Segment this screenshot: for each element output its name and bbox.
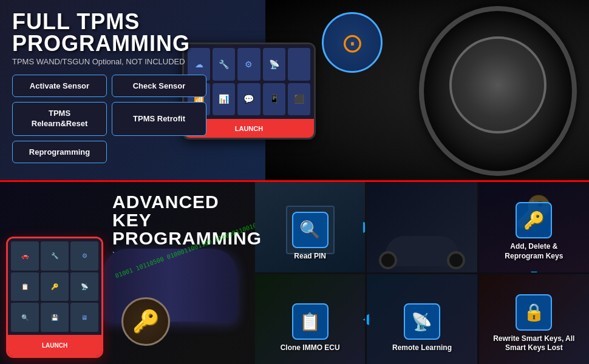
key-fob-icon: 🔑 (121, 297, 170, 346)
read-pin-icon: 🔍 (292, 212, 329, 248)
wheel-inner (449, 36, 546, 133)
device-image-bottom: 🚗 🔧 ⚙ 📋 🔑 📡 🔍 💾 🖥 LAUNCH (6, 237, 103, 358)
add-delete-icon: 🔑 (516, 202, 552, 238)
remote-learning-card: 📡 Remote Learning ◀ (367, 274, 477, 365)
clone-immo-card: 📋 Clone IMMO ECU ◀ (255, 274, 365, 365)
rewrite-icon: 🔒 (516, 294, 552, 331)
remote-learning-content: 📡 Remote Learning (392, 303, 452, 353)
rewrite-label: Rewrite Smart Keys, All Smart Keys Lost (484, 334, 584, 353)
bdev-icon-4: 📋 (11, 272, 39, 302)
bdev-icon-6: 📡 (70, 272, 98, 302)
dev-icon-4: 📡 (263, 48, 285, 81)
tpms-retrofit-button[interactable]: TPMS Retrofit (112, 102, 206, 136)
tpms-relearn-button[interactable]: TPMSRelearn&Reset (12, 102, 107, 136)
check-sensor-button[interactable]: Check Sensor (112, 75, 206, 97)
top-section: ⊙ ☁ 🔧 ⚙ 📡 📶 📊 💬 📱 ⬛ LAUNCH FULL TPMS PRO… (0, 0, 589, 182)
key-features-grid: 🔍 Read PIN ▶ 🔑 🔑 (255, 182, 589, 364)
bottom-middle-bg: 01001 10110500 0100011001109 01001011001… (97, 218, 255, 358)
clone-immo-icon: 📋 (292, 303, 329, 340)
tpms-warning-icon: ⊙ (322, 12, 383, 73)
arrow-remote-left: ◀ (367, 311, 369, 327)
bdev-icon-1: 🚗 (11, 241, 39, 271)
activate-sensor-button[interactable]: Activate Sensor (12, 75, 107, 97)
arrow-reprogram-down: ▼ (528, 268, 539, 272)
arrow-read-pin-to-reprogram: ▶ (363, 219, 365, 235)
car-scene (367, 182, 477, 272)
arrow-clone-to-remote: ◀ (363, 311, 365, 327)
device-brand-bottom: LAUNCH (8, 335, 101, 356)
add-delete-keys-card: 🔑 🔑 Add, Delete &Reprogram Keys ▼ (479, 182, 589, 272)
tpms-features-grid: Activate Sensor Check Sensor TPMSRelearn… (12, 75, 206, 163)
remote-learning-icon: 📡 (404, 303, 440, 340)
read-pin-card: 🔍 Read PIN ▶ (255, 182, 365, 272)
car-wheel-left (379, 251, 397, 269)
dev-icon-5 (288, 48, 310, 81)
rewrite-content: 🔒 Rewrite Smart Keys, All Smart Keys Los… (484, 294, 584, 353)
read-pin-label: Read PIN (294, 252, 326, 261)
car-wheel-right (447, 251, 465, 269)
dev-icon-10: ⬛ (288, 83, 310, 116)
top-left-content: FULL TPMS PROGRAMMING TPMS WAND/TSGUN Op… (0, 0, 261, 174)
top-subtitle: TPMS WAND/TSGUN Optional, NOT INCLUDED (12, 57, 249, 66)
bdev-icon-3: ⚙ (70, 241, 98, 271)
top-main-title: FULL TPMS PROGRAMMING (12, 11, 249, 55)
clone-immo-content: 📋 Clone IMMO ECU (281, 303, 340, 353)
clone-immo-label: Clone IMMO ECU (281, 343, 340, 353)
bdev-icon-2: 🔧 (41, 241, 69, 271)
car-bg-spacer (367, 182, 477, 272)
bdev-icon-5: 🔑 (41, 272, 69, 302)
rewrite-smart-keys-card: 🔒 Rewrite Smart Keys, All Smart Keys Los… (479, 274, 589, 365)
reprogramming-button[interactable]: Reprogramming (12, 141, 107, 163)
add-delete-content: 🔑 Add, Delete &Reprogram Keys (505, 202, 563, 261)
device-screen-bottom: 🚗 🔧 ⚙ 📋 🔑 📡 🔍 💾 🖥 (8, 238, 101, 335)
bdev-icon-7: 🔍 (11, 303, 39, 332)
dev-icon-9: 📱 (263, 83, 285, 116)
bdev-icon-9: 🖥 (70, 303, 98, 332)
add-delete-label: Add, Delete &Reprogram Keys (505, 242, 563, 261)
remote-learning-label: Remote Learning (392, 343, 452, 353)
bdev-icon-8: 💾 (41, 303, 69, 332)
bottom-section: 🚗 🔧 ⚙ 📋 🔑 📡 🔍 💾 🖥 LAUNCH ADVANCED KEY PR… (0, 182, 589, 364)
read-pin-content: 🔍 Read PIN (292, 212, 329, 261)
